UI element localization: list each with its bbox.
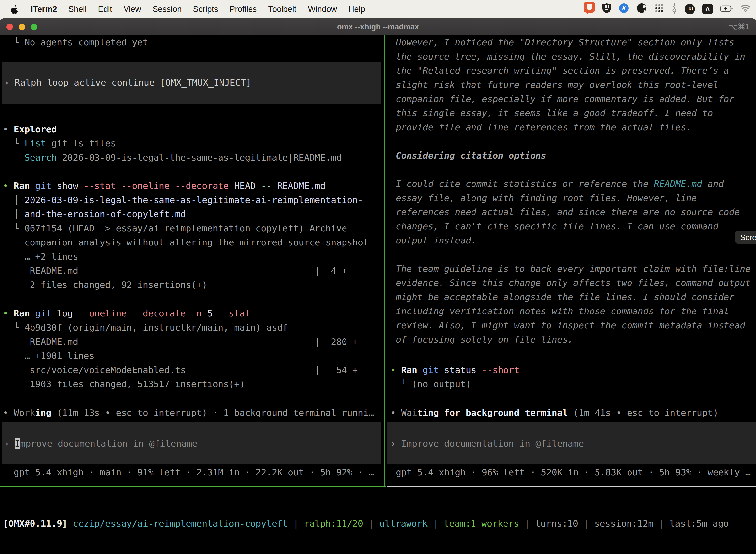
terminal-line: README.md | 4 + xyxy=(3,264,384,278)
explored-block: • Explored └ List git ls-files Search 20… xyxy=(0,122,384,165)
terminal-line: README.md | 280 + xyxy=(3,335,384,349)
menu-item-view[interactable]: View xyxy=(124,4,141,14)
blue-bolt-badge-icon[interactable] xyxy=(619,3,629,15)
terminal-line: the source tree, missing the essay. Stil… xyxy=(390,49,756,63)
terminal-line: … +2 lines xyxy=(3,250,384,264)
model-status-line-left: gpt-5.4 xhigh · main · 91% left · 2.31M … xyxy=(0,465,384,479)
inactive-pane-border xyxy=(387,486,756,487)
terminal-line: of focusing solely on file lines. xyxy=(390,332,756,346)
model-status-line-right: gpt-5.4 xhigh · 96% left · 520K in · 5.8… xyxy=(387,465,756,479)
terminal-line: gpt-5.4 xhigh · main · 91% left · 2.31M … xyxy=(3,465,384,479)
terminal-line: output instead. xyxy=(390,233,756,247)
terminal-line: 1903 files changed, 513517 insertions(+) xyxy=(3,377,384,391)
terminal-line: └ No agents completed yet xyxy=(3,35,384,49)
working-status-line: • Working (11m 13s • esc to interrupt) ·… xyxy=(0,405,384,420)
thinking-paragraph-2: I could cite commit statistics or refere… xyxy=(387,177,756,247)
thinking-heading: Considering citation options xyxy=(387,149,756,163)
terminal-line: gpt-5.4 xhigh · 96% left · 520K in · 5.8… xyxy=(390,465,756,479)
battery-icon[interactable] xyxy=(720,4,733,14)
terminal-line: … +1901 lines xyxy=(3,349,384,363)
active-pane-border xyxy=(0,486,386,487)
terminal-area: └ No agents completed yet › Ralph loop a… xyxy=(0,35,756,554)
menu-item-scripts[interactable]: Scripts xyxy=(193,4,218,14)
terminal-line: │ and-the-erosion-of-copyleft.md xyxy=(3,207,384,221)
terminal-line: The team guideline is to back every impo… xyxy=(390,262,756,276)
terminal-line: slight risk that future readers may over… xyxy=(390,78,756,92)
terminal-line: › Improve documentation in @filename xyxy=(390,436,756,450)
terminal-line: changes, I can't cite specific file line… xyxy=(390,219,756,233)
terminal-line: including verification notes with those … xyxy=(390,304,756,318)
terminal-line: Search 2026-03-09-is-legal-the-same-as-l… xyxy=(3,151,384,165)
prompt-input-left[interactable]: › Improve documentation in @filename xyxy=(2,423,381,464)
omx-session-status: [OMX#0.11.9] cczip/essay/ai-reimplementa… xyxy=(0,516,756,531)
wifi-icon[interactable] xyxy=(740,4,751,14)
window-shortcut-badge: ⌥⌘1 xyxy=(729,18,750,35)
menu-app-name[interactable]: iTerm2 xyxy=(31,4,57,14)
iterm2-window: omx --xhigh --madmax ⌥⌘1 └ No agents com… xyxy=(0,18,756,554)
prompt-input-right[interactable]: › Improve documentation in @filename xyxy=(387,423,756,464)
terminal-line: › Ralph loop active continue [OMX_TMUX_I… xyxy=(4,75,381,90)
terminal-line: └ List git ls-files xyxy=(3,136,384,151)
letter-a-badge-icon[interactable]: A xyxy=(702,4,713,14)
terminal-line: might be acceptable alongside the file l… xyxy=(390,290,756,304)
terminal-line: references need actual files, and since … xyxy=(390,205,756,219)
terminal-line: evidence. Since this change only affects… xyxy=(390,276,756,290)
menu-item-shell[interactable]: Shell xyxy=(68,4,86,14)
terminal-line: src/voice/voiceModeEnabled.ts | 54 + xyxy=(3,363,384,377)
count-badge-icon[interactable]: ..61 xyxy=(685,4,695,14)
terminal-line: the "Related research writing" section i… xyxy=(390,63,756,78)
terminal-line: │ 2026-03-09-is-legal-the-same-as-legiti… xyxy=(3,193,384,207)
title-bar: omx --xhigh --madmax ⌥⌘1 xyxy=(0,18,756,35)
git-show-block: • Ran git show --stat --oneline --decora… xyxy=(0,179,384,292)
terminal-line: 2 files changed, 92 insertions(+) xyxy=(3,278,384,292)
terminal-line: review. Also, I might want to inspect th… xyxy=(390,318,756,332)
terminal-line: └ 4b9d30f (origin/main, instructkr/main,… xyxy=(3,321,384,335)
terminal-line: └ 067f154 (HEAD -> essay/ai-reimplementa… xyxy=(3,221,384,235)
waiting-status-line: • Waiting for background terminal (1m 41… xyxy=(387,405,756,420)
window-title: omx --xhigh --madmax xyxy=(0,18,756,35)
terminal-line: └ (no output) xyxy=(390,377,756,391)
pie-circle-icon[interactable] xyxy=(636,3,647,15)
menu-item-help[interactable]: Help xyxy=(348,4,365,14)
terminal-line: Considering citation options xyxy=(390,149,756,163)
terminal-line: • Ran git log --oneline --decorate -n 5 … xyxy=(3,306,384,321)
terminal-line: I could cite commit statistics or refere… xyxy=(390,177,756,191)
terminal-line: essay file, along with finding root file… xyxy=(390,191,756,205)
menu-item-session[interactable]: Session xyxy=(152,4,182,14)
shield-grid-icon[interactable] xyxy=(602,3,611,15)
ralph-loop-banner: › Ralph loop active continue [OMX_TMUX_I… xyxy=(2,62,381,104)
menu-items: iTerm2 Shell Edit View Session Scripts P… xyxy=(31,4,365,14)
terminal-line: companion file, especially if more comme… xyxy=(390,92,756,106)
menu-item-edit[interactable]: Edit xyxy=(98,4,112,14)
screenshot-overlay-button[interactable]: Scre xyxy=(735,231,756,244)
squiggle-icon[interactable] xyxy=(672,2,677,16)
dots-grid-icon[interactable] xyxy=(654,3,664,15)
no-agents-line: └ No agents completed yet xyxy=(0,35,384,49)
menu-item-window[interactable]: Window xyxy=(308,4,337,14)
thinking-paragraph-3: The team guideline is to back every impo… xyxy=(387,262,756,346)
terminal-line: • Ran git show --stat --oneline --decora… xyxy=(3,179,384,193)
terminal-line: companion analysis without altering the … xyxy=(3,235,384,250)
right-terminal-pane: However, I noticed the "Directory Struct… xyxy=(387,35,756,487)
thinking-paragraph-1: However, I noticed the "Directory Struct… xyxy=(387,35,756,134)
menu-item-toolbelt[interactable]: Toolbelt xyxy=(268,4,296,14)
terminal-line: this single essay, it seems like a good … xyxy=(390,106,756,120)
terminal-line: • Waiting for background terminal (1m 41… xyxy=(390,405,756,420)
apple-logo-icon[interactable] xyxy=(11,4,19,14)
git-status-block: • Ran git status --short └ (no output) xyxy=(387,363,756,391)
terminal-line: • Working (11m 13s • esc to interrupt) ·… xyxy=(3,405,384,420)
terminal-line: • Ran git status --short xyxy=(390,363,756,377)
pane-divider[interactable] xyxy=(384,35,385,487)
terminal-line: However, I noticed the "Directory Struct… xyxy=(390,35,756,49)
git-log-block: • Ran git log --oneline --decorate -n 5 … xyxy=(0,306,384,391)
menu-status-icons: ..61 A xyxy=(584,2,751,17)
menu-item-profiles[interactable]: Profiles xyxy=(230,4,257,14)
chat-bubble-icon[interactable] xyxy=(584,2,595,17)
left-terminal-pane: └ No agents completed yet › Ralph loop a… xyxy=(0,35,384,487)
menu-bar: iTerm2 Shell Edit View Session Scripts P… xyxy=(0,0,756,18)
terminal-line: › Improve documentation in @filename xyxy=(4,436,381,450)
terminal-line: • Explored xyxy=(3,122,384,136)
terminal-line: [OMX#0.11.9] cczip/essay/ai-reimplementa… xyxy=(3,516,756,531)
terminal-line: provide file and line references from th… xyxy=(390,120,756,134)
